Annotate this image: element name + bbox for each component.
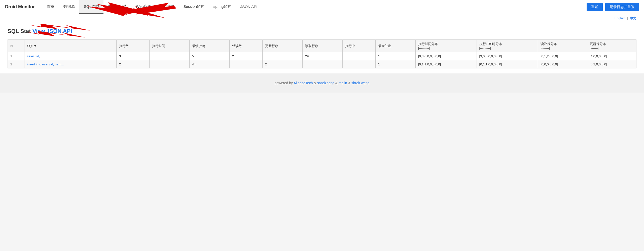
th-read-count: 读取行数 [302,40,342,52]
navbar: Druid Monitor 首页 数据源 SQL监控 SQL防火墙 Web应用 … [0,0,644,14]
view-json-api-link[interactable]: View JSON API [32,28,72,34]
reset-button[interactable]: 重置 [587,3,603,11]
sql-stat-table: N SQL▼ 执行数 执行时间 最慢(ms) 错误数 更新行数 读取行数 执行中… [8,39,636,68]
th-n: N [8,40,24,52]
cell-max_concurrent: 1 [375,52,415,60]
brand: Druid Monitor [5,4,35,10]
th-exec-ms: 执行时间 [149,40,189,52]
lang-bar: English | 中文 [0,14,644,23]
nav-item-uri[interactable]: URI监控 [156,0,179,14]
th-exec-ms-max: 最慢(ms) [189,40,229,52]
nav-item-sql[interactable]: SQL监控 [79,0,103,14]
sql-link[interactable]: select id,.... [27,54,44,58]
th-exec-rs-dist: 执行+RS时分布 [---------] [477,40,538,52]
nav-item-spring[interactable]: spring监控 [209,0,236,14]
cell-error_count: 2 [229,52,262,60]
footer-prefix: powered by [275,81,293,85]
cell-n: 1 [8,52,24,60]
lang-chinese-link[interactable]: 中文 [630,16,636,20]
cell-read_row_dist: [0,1,2,0,0,0] [538,52,587,60]
cell-exec_time_dist: [0,1,1,0,0,0,0,0] [415,60,477,68]
lang-english-link[interactable]: English [615,16,625,20]
footer-link-alibaba[interactable]: AlibabaTech [294,81,313,85]
footer-link-shrek[interactable]: shrek.wang [351,81,370,85]
footer: powered by AlibabaTech & sandzhang & mel… [0,73,644,93]
table-row: 1select id,....352291[0,3,0,0,0,0,0,0][3… [8,52,636,60]
nav-item-firewall[interactable]: SQL防火墙 [103,0,131,14]
page-title: SQL Stat View JSON API [8,28,636,34]
cell-exec_rs_dist: [0,1,1,0,0,0,0,0] [477,60,538,68]
footer-link-melin[interactable]: melin [339,81,347,85]
cell-exec_count: 3 [116,52,149,60]
cell-update_row_dist: [0,2,0,0,0,0] [587,60,636,68]
cell-exec_ms_max: 5 [189,52,229,60]
cell-read_count [302,60,342,68]
th-running: 执行中 [342,40,375,52]
lang-separator: | [627,16,628,20]
nav-buttons: 重置 记录日志并重置 [587,3,639,11]
cell-read_count: 29 [302,52,342,60]
nav-item-home[interactable]: 首页 [42,0,59,14]
nav-item-datasource[interactable]: 数据源 [59,0,79,14]
th-read-row-dist: 读取行分布 [-------] [538,40,587,52]
th-error-count: 错误数 [229,40,262,52]
cell-sql[interactable]: insert into user (id, nam... [24,60,117,68]
nav-item-session[interactable]: Session监控 [179,0,209,14]
cell-exec_ms [149,52,189,60]
main-content: SQL Stat View JSON API N SQL▼ 执行数 执行时间 最… [0,23,644,73]
nav-item-jsonapi[interactable]: JSON API [236,0,262,14]
log-reset-button[interactable]: 记录日志并重置 [605,3,639,11]
cell-exec_ms [149,60,189,68]
table-header-row: N SQL▼ 执行数 执行时间 最慢(ms) 错误数 更新行数 读取行数 执行中… [8,40,636,52]
cell-exec_ms_max: 44 [189,60,229,68]
th-exec-count: 执行数 [116,40,149,52]
cell-update_count [262,52,302,60]
cell-read_row_dist: [0,0,0,0,0,0] [538,60,587,68]
cell-sql[interactable]: select id,.... [24,52,117,60]
th-max-concurrent: 最大并发 [375,40,415,52]
table-row: 2insert into user (id, nam...24421[0,1,1… [8,60,636,68]
th-update-row-dist: 更新行分布 [-------] [587,40,636,52]
cell-update_count: 2 [262,60,302,68]
footer-link-sandzhang[interactable]: sandzhang [317,81,335,85]
cell-n: 2 [8,60,24,68]
cell-exec_rs_dist: [3,0,0,0,0,0,0,0] [477,52,538,60]
th-sql[interactable]: SQL▼ [24,40,117,52]
cell-exec_time_dist: [0,3,0,0,0,0,0,0] [415,52,477,60]
th-exec-time-dist: 执行时间分布 [---------] [415,40,477,52]
th-update-count: 更新行数 [262,40,302,52]
page-title-static: SQL Stat [8,28,31,34]
sql-link[interactable]: insert into user (id, nam... [27,62,64,66]
cell-error_count [229,60,262,68]
cell-update_row_dist: [4,0,0,0,0,0] [587,52,636,60]
nav-item-webapp[interactable]: Web应用 [131,0,156,14]
cell-running [342,60,375,68]
cell-running [342,52,375,60]
cell-max_concurrent: 1 [375,60,415,68]
nav-links: 首页 数据源 SQL监控 SQL防火墙 Web应用 URI监控 Session监… [42,0,582,14]
cell-exec_count: 2 [116,60,149,68]
